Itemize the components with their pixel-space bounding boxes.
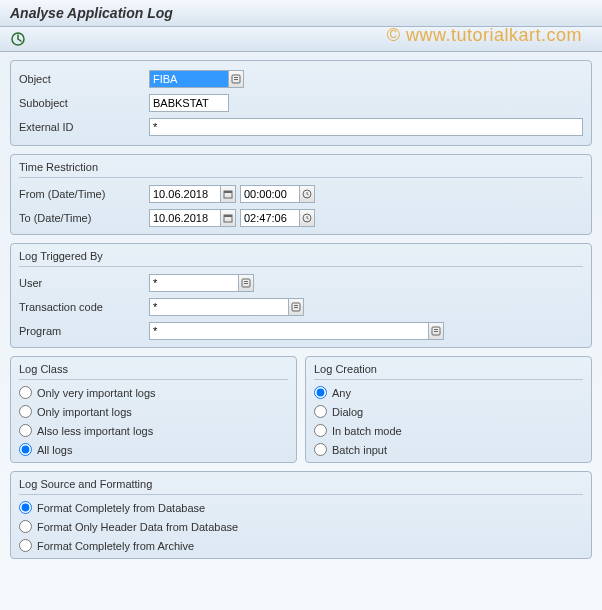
log-creation-label-1: Dialog — [332, 406, 363, 418]
from-date-input[interactable] — [149, 185, 221, 203]
object-input[interactable] — [149, 70, 229, 88]
calendar-icon — [223, 213, 233, 223]
log-creation-title: Log Creation — [314, 363, 583, 380]
svg-rect-12 — [244, 283, 248, 284]
program-input[interactable] — [149, 322, 429, 340]
log-creation-radio-0[interactable] — [314, 386, 327, 399]
time-restriction-panel: Time Restriction From (Date/Time) To (Da… — [10, 154, 592, 235]
from-time-input[interactable] — [240, 185, 300, 203]
tcode-picker[interactable] — [288, 298, 304, 316]
search-help-icon — [241, 278, 251, 288]
to-time-input[interactable] — [240, 209, 300, 227]
content: Object Subobject External ID Time Restri… — [0, 52, 602, 610]
log-triggered-title: Log Triggered By — [19, 250, 583, 267]
subobject-input[interactable] — [149, 94, 229, 112]
log-source-label-1: Format Only Header Data from Database — [37, 521, 238, 533]
log-creation-radio-1[interactable] — [314, 405, 327, 418]
tcode-label: Transaction code — [19, 301, 149, 313]
to-date-input[interactable] — [149, 209, 221, 227]
log-creation-label-3: Batch input — [332, 444, 387, 456]
to-label: To (Date/Time) — [19, 212, 149, 224]
tcode-input[interactable] — [149, 298, 289, 316]
user-label: User — [19, 277, 149, 289]
log-creation-radio-2[interactable] — [314, 424, 327, 437]
subobject-label: Subobject — [19, 97, 149, 109]
log-creation-label-2: In batch mode — [332, 425, 402, 437]
log-class-radio-0[interactable] — [19, 386, 32, 399]
svg-rect-3 — [234, 79, 238, 80]
log-class-radio-2[interactable] — [19, 424, 32, 437]
log-class-radio-1[interactable] — [19, 405, 32, 418]
execute-icon[interactable] — [10, 31, 26, 47]
search-help-icon — [231, 74, 241, 84]
log-creation-panel: Log Creation Any Dialog In batch mode Ba… — [305, 356, 592, 463]
search-help-icon — [291, 302, 301, 312]
search-help-icon — [431, 326, 441, 336]
from-date-picker[interactable] — [220, 185, 236, 203]
log-creation-radio-3[interactable] — [314, 443, 327, 456]
time-restriction-title: Time Restriction — [19, 161, 583, 178]
log-source-label-0: Format Completely from Database — [37, 502, 205, 514]
log-creation-label-0: Any — [332, 387, 351, 399]
svg-rect-18 — [434, 331, 438, 332]
program-picker[interactable] — [428, 322, 444, 340]
log-class-label-3: All logs — [37, 444, 72, 456]
log-source-radio-0[interactable] — [19, 501, 32, 514]
object-label: Object — [19, 73, 149, 85]
to-time-picker[interactable] — [299, 209, 315, 227]
log-class-title: Log Class — [19, 363, 288, 380]
log-class-label-1: Only important logs — [37, 406, 132, 418]
to-date-picker[interactable] — [220, 209, 236, 227]
log-source-panel: Log Source and Formatting Format Complet… — [10, 471, 592, 559]
log-class-panel: Log Class Only very important logs Only … — [10, 356, 297, 463]
log-source-radio-2[interactable] — [19, 539, 32, 552]
page-title: Analyse Application Log — [0, 0, 602, 27]
selection-panel: Object Subobject External ID — [10, 60, 592, 146]
log-source-radio-1[interactable] — [19, 520, 32, 533]
log-class-radio-3[interactable] — [19, 443, 32, 456]
object-picker[interactable] — [228, 70, 244, 88]
from-label: From (Date/Time) — [19, 188, 149, 200]
calendar-icon — [223, 189, 233, 199]
svg-rect-11 — [244, 281, 248, 282]
svg-rect-14 — [294, 305, 298, 306]
svg-rect-5 — [224, 191, 232, 193]
log-source-label-2: Format Completely from Archive — [37, 540, 194, 552]
svg-rect-17 — [434, 329, 438, 330]
external-id-input[interactable] — [149, 118, 583, 136]
log-source-title: Log Source and Formatting — [19, 478, 583, 495]
user-picker[interactable] — [238, 274, 254, 292]
log-class-label-0: Only very important logs — [37, 387, 156, 399]
svg-rect-8 — [224, 215, 232, 217]
toolbar — [0, 27, 602, 52]
external-id-label: External ID — [19, 121, 149, 133]
clock-icon — [302, 189, 312, 199]
svg-rect-15 — [294, 307, 298, 308]
svg-rect-2 — [234, 77, 238, 78]
clock-icon — [302, 213, 312, 223]
from-time-picker[interactable] — [299, 185, 315, 203]
log-triggered-panel: Log Triggered By User Transaction code P… — [10, 243, 592, 348]
program-label: Program — [19, 325, 149, 337]
user-input[interactable] — [149, 274, 239, 292]
log-class-label-2: Also less important logs — [37, 425, 153, 437]
